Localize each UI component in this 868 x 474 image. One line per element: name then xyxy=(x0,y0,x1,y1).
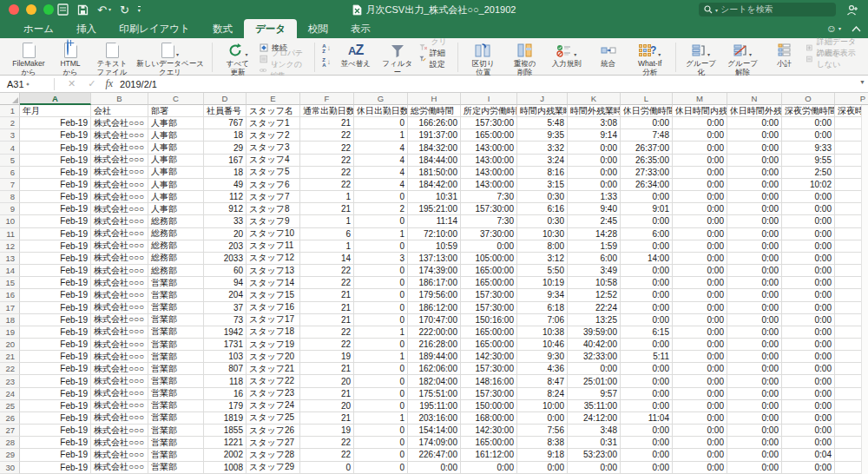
cell-C20[interactable]: 営業部 xyxy=(148,339,204,351)
cell-D3[interactable]: 18 xyxy=(204,129,247,142)
cell-M26[interactable]: 0:00 xyxy=(673,412,727,425)
cell-G20[interactable]: 0 xyxy=(354,339,408,351)
tab-formulas[interactable]: 数式 xyxy=(201,19,244,38)
from-filemaker-button[interactable]: FileMaker から xyxy=(9,41,49,77)
cell-B8[interactable]: 株式会社○○○ xyxy=(91,191,148,203)
cell-D2[interactable]: 767 xyxy=(204,117,247,129)
column-header-N[interactable]: N xyxy=(727,93,782,105)
cell-O28[interactable]: 0:00 xyxy=(782,437,835,449)
cell-H24[interactable]: 175:51:00 xyxy=(408,388,461,400)
cell-H22[interactable]: 162:06:00 xyxy=(408,363,461,375)
cell-D9[interactable]: 912 xyxy=(204,203,247,215)
cell-O2[interactable]: 0:00 xyxy=(782,117,835,129)
cell-K30[interactable]: 0:00 xyxy=(568,462,621,474)
cell-K15[interactable]: 10:58 xyxy=(568,277,621,289)
name-box-stepper[interactable]: ▲▼ xyxy=(26,83,30,84)
cell-N10[interactable]: 0:00 xyxy=(727,215,782,227)
cell-J26[interactable]: 0:00 xyxy=(517,412,568,425)
cell-O13[interactable]: 0:00 xyxy=(782,253,835,265)
vertical-scrollbar[interactable] xyxy=(861,105,868,474)
cell-F19[interactable]: 22 xyxy=(300,326,354,339)
cell-B30[interactable]: 株式会社○○○ xyxy=(91,462,148,474)
cell-F13[interactable]: 14 xyxy=(300,253,354,265)
cell-H3[interactable]: 191:37:00 xyxy=(408,129,461,142)
cell-I18[interactable]: 150:16:00 xyxy=(461,314,517,326)
row-header-6[interactable]: 6 xyxy=(0,167,20,179)
cell-B10[interactable]: 株式会社○○○ xyxy=(91,215,148,227)
cell-G10[interactable]: 0 xyxy=(354,215,408,227)
cell-F30[interactable]: 0 xyxy=(300,462,354,474)
cell-L24[interactable]: 0:00 xyxy=(621,388,673,400)
cell-I22[interactable]: 157:30:00 xyxy=(461,363,517,375)
cell-B22[interactable]: 株式会社○○○ xyxy=(91,363,148,375)
cell-J12[interactable]: 8:00 xyxy=(517,240,568,253)
cell-J25[interactable]: 10:00 xyxy=(517,400,568,412)
cell-F4[interactable]: 22 xyxy=(300,142,354,154)
column-header-C[interactable]: C xyxy=(148,93,204,105)
cell-H17[interactable]: 186:12:00 xyxy=(408,302,461,314)
cell-L6[interactable]: 27:33:00 xyxy=(621,167,673,179)
cell-F2[interactable]: 21 xyxy=(300,117,354,129)
cell-L25[interactable]: 0:00 xyxy=(621,400,673,412)
cell-H4[interactable]: 184:32:00 xyxy=(408,142,461,154)
cell-D10[interactable]: 33 xyxy=(204,215,247,227)
cell-D25[interactable]: 179 xyxy=(204,400,247,412)
cell-C24[interactable]: 営業部 xyxy=(148,388,204,400)
cell-K12[interactable]: 1:59 xyxy=(568,240,621,253)
cell-J24[interactable]: 8:24 xyxy=(517,388,568,400)
row-header-14[interactable]: 14 xyxy=(0,265,20,277)
column-header-B[interactable]: B xyxy=(91,93,148,105)
cell-C21[interactable]: 営業部 xyxy=(148,351,204,363)
cell-C6[interactable]: 人事部 xyxy=(148,167,204,179)
row-header-21[interactable]: 21 xyxy=(0,351,20,363)
save-icon[interactable] xyxy=(77,4,89,16)
cell-E8[interactable]: スタッフ7 xyxy=(247,191,300,203)
cell-H12[interactable]: 10:59 xyxy=(408,240,461,253)
cell-N25[interactable]: 0:00 xyxy=(727,400,782,412)
cell-N6[interactable]: 0:00 xyxy=(727,167,782,179)
cell-G6[interactable]: 4 xyxy=(354,167,408,179)
cell-G7[interactable]: 4 xyxy=(354,179,408,191)
cell-A22[interactable]: Feb-19 xyxy=(20,363,91,375)
cell-A28[interactable]: Feb-19 xyxy=(20,437,91,449)
cell-E14[interactable]: スタッフ13 xyxy=(247,265,300,277)
cell-L23[interactable]: 0:00 xyxy=(621,375,673,387)
cell-B25[interactable]: 株式会社○○○ xyxy=(91,400,148,412)
cell-I25[interactable]: 150:00:00 xyxy=(461,400,517,412)
cell-L1[interactable]: 休日労働時間 xyxy=(621,105,673,117)
row-header-8[interactable]: 8 xyxy=(0,191,20,203)
cell-M21[interactable]: 0:00 xyxy=(673,351,727,363)
row-header-26[interactable]: 26 xyxy=(0,412,20,425)
cell-N28[interactable]: 0:00 xyxy=(727,437,782,449)
cell-N20[interactable]: 0:00 xyxy=(727,339,782,351)
cell-M6[interactable]: 0:00 xyxy=(673,167,727,179)
cell-L9[interactable]: 9:01 xyxy=(621,203,673,215)
dropdown-icon[interactable]: ▾ xyxy=(574,51,576,57)
cell-M22[interactable]: 0:00 xyxy=(673,363,727,375)
cell-L10[interactable]: 0:00 xyxy=(621,215,673,227)
cell-J10[interactable]: 0:30 xyxy=(517,215,568,227)
row-header-7[interactable]: 7 xyxy=(0,179,20,191)
cell-J14[interactable]: 5:50 xyxy=(517,265,568,277)
tab-page-layout[interactable]: 印刷レイアウト xyxy=(108,19,201,38)
cell-I4[interactable]: 143:00:00 xyxy=(461,142,517,154)
cell-I11[interactable]: 37:30:00 xyxy=(461,228,517,240)
cell-C13[interactable]: 総務部 xyxy=(148,253,204,265)
cell-I29[interactable]: 161:12:00 xyxy=(461,449,517,461)
cell-B4[interactable]: 株式会社○○○ xyxy=(91,142,148,154)
cell-N5[interactable]: 0:00 xyxy=(727,155,782,167)
cell-O17[interactable]: 0:00 xyxy=(782,302,835,314)
cell-M2[interactable]: 0:00 xyxy=(673,117,727,129)
cell-C29[interactable]: 営業部 xyxy=(148,449,204,461)
cell-D12[interactable]: 203 xyxy=(204,240,247,253)
cell-K3[interactable]: 9:14 xyxy=(568,129,621,142)
cell-K9[interactable]: 9:40 xyxy=(568,203,621,215)
cell-D22[interactable]: 807 xyxy=(204,363,247,375)
sort-button[interactable]: AZ 並べ替え xyxy=(336,41,376,69)
dropdown-icon[interactable]: ▾ xyxy=(658,51,661,57)
cell-B12[interactable]: 株式会社○○○ xyxy=(91,240,148,253)
cell-J5[interactable]: 3:24 xyxy=(517,155,568,167)
row-header-16[interactable]: 16 xyxy=(0,289,20,301)
cell-F18[interactable]: 21 xyxy=(300,314,354,326)
cell-D19[interactable]: 1942 xyxy=(204,326,247,339)
